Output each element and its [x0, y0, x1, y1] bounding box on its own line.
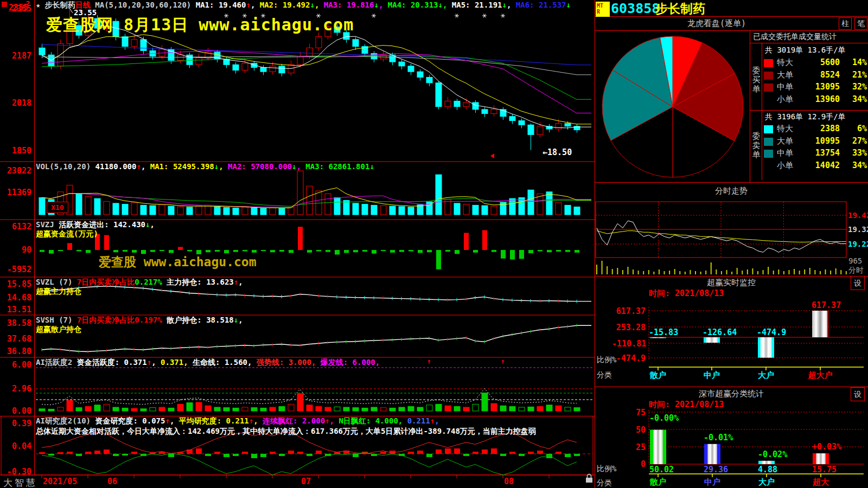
header-segment: 生命线: 1.560,: [193, 358, 257, 367]
header-segment: MA6: 21.537: [516, 1, 566, 9]
chart-label: 13754: [792, 149, 840, 158]
app-corner-icon[interactable]: [2, 2, 7, 7]
header-segment: ,: [238, 316, 242, 324]
chart-label: 19.22: [848, 240, 868, 248]
header-segment: ,: [170, 416, 179, 425]
volume-multiplier: X10: [47, 202, 68, 213]
header-segment: ↓: [310, 1, 314, 9]
chart-label: 2021/05: [43, 477, 77, 486]
header-segment: 平均研究度: 0.211: [179, 416, 249, 425]
chart-label: 小单: [777, 95, 793, 104]
shenshi-class-label: 分类: [597, 479, 612, 487]
chart-label: 08: [504, 477, 514, 486]
chart-label: 2355: [3, 4, 31, 14]
header-segment: ↓: [214, 162, 219, 171]
header-segment: 主力持仓: 13.623: [162, 278, 234, 286]
header-segment: ↓: [566, 1, 571, 9]
header-segment: ,: [251, 1, 260, 9]
svzl-header: SVZL (7) 7日内买卖净占比0.217% 主力持仓: 13.623↑,: [36, 278, 243, 286]
header-segment: 超赢资金流(万元): [36, 229, 98, 238]
stock-name: 步长制药: [655, 2, 705, 16]
chart-label: 19.42: [848, 211, 868, 220]
chart-label: 中单: [777, 82, 793, 92]
chart-label: 75: [624, 408, 646, 418]
chart-label: 6%: [842, 124, 867, 133]
header-segment: ↓: [502, 1, 507, 9]
header-segment: 0.217%: [135, 278, 162, 286]
order-table-title: 已成交委托单成交量统计: [753, 33, 837, 41]
chart-label: 4.88: [758, 465, 777, 474]
chart-label: 37.68: [3, 335, 31, 344]
chart-label: -126.64: [703, 328, 737, 337]
header-segment: ↑: [246, 1, 250, 9]
chart-label: 1850: [3, 146, 31, 156]
chart-label: -0.00%: [649, 414, 679, 423]
shenshi-settings-button[interactable]: 设: [851, 387, 865, 401]
ai-research-summary: 总体近期大资金相对活跃，今日大单净流入：142.469万元，其中特大单净流入：6…: [36, 427, 536, 435]
svzj-subtitle: 超赢资金流(万元): [36, 230, 98, 238]
monitor-settings-button[interactable]: 设: [851, 276, 865, 290]
chart-label: 14.68: [3, 293, 31, 303]
buy-side-label: 委买单: [752, 66, 761, 94]
header-segment: MA5: 21.191: [452, 1, 502, 9]
chart-label: 中单: [777, 149, 793, 158]
chart-label: 14%: [842, 58, 867, 67]
chart-label: 13960: [792, 95, 840, 104]
header-segment: MA(5,10,20,30,60,120): [91, 1, 196, 9]
chart-label: 25: [624, 443, 646, 452]
chart-label: ↑: [427, 358, 431, 365]
header-segment: SVZL (7): [36, 278, 77, 286]
legend-swatch: [764, 150, 773, 158]
chart-label: 6132: [3, 222, 31, 232]
svsh-subtitle: 超赢散户持仓: [36, 325, 81, 333]
shenshi-ratio-label: 比例%: [597, 465, 616, 473]
chart-label: 14042: [792, 161, 840, 170]
chart-label: 90: [3, 246, 31, 255]
header-segment: ,: [253, 416, 263, 425]
header-segment: ↓: [292, 162, 296, 171]
dzh-stock-terminal: 2355 ? 爱查股网 8月13日 www.aichagu.com 爱查股 ww…: [0, 0, 868, 488]
header-segment: 0.197%: [135, 316, 162, 324]
stock-code: 603858: [611, 1, 660, 16]
legend-swatch: [764, 72, 773, 80]
column-mode-button[interactable]: 柱: [839, 17, 852, 30]
chart-label: 21%: [842, 70, 867, 80]
chart-label: 36.80: [3, 347, 31, 356]
header-segment: 7日内买卖净占比: [77, 278, 135, 286]
chart-label: 617.37: [812, 301, 841, 310]
chart-label: 13095: [792, 82, 840, 92]
pen-mode-button[interactable]: 笔: [854, 17, 867, 30]
header-segment: VOL(5,10,20): [36, 162, 95, 171]
mtr-badge[interactable]: MTR: [596, 2, 610, 17]
header-segment: MA2: 57080.000: [228, 162, 292, 171]
header-segment: MA1: 19.460: [196, 1, 246, 9]
header-segment: 资金研究度: 0.075: [95, 416, 165, 425]
chart-label: 大单: [777, 137, 793, 146]
low-annotation: ←18.50: [542, 148, 572, 157]
header-segment: AI活跃度2: [36, 358, 77, 367]
header-segment: 0.371,: [161, 358, 193, 367]
header-segment: ↑: [234, 278, 238, 286]
header-segment: MA3: 62861.801: [305, 162, 369, 171]
chart-label: 超大户: [804, 371, 837, 380]
chart-label: 07: [301, 477, 311, 486]
app-logo[interactable]: 大智慧: [3, 478, 37, 488]
main-chart-header: ★ 步长制药日线 MA(5,10,20,30,60,120) MA1: 19.4…: [36, 1, 571, 9]
svzl-subtitle: 超赢主力持仓: [36, 287, 81, 296]
watermark-line1: 爱查股网 8月13日 www.aichagu.com: [46, 14, 354, 36]
header-segment: 超赢散户持仓: [36, 325, 81, 333]
header-segment: 超赢主力持仓: [36, 287, 81, 296]
chart-label: 2187: [3, 52, 31, 61]
chart-label: 8524: [792, 70, 840, 80]
header-segment: ↓: [374, 1, 378, 9]
header-segment: ↑: [147, 358, 151, 367]
chart-label: 50.02: [649, 465, 674, 474]
legend-swatch: [764, 59, 773, 67]
chart-label: 2018: [3, 99, 31, 108]
header-segment: 散户持仓: 38.518: [162, 316, 234, 324]
chart-label: -5952: [3, 265, 31, 274]
header-segment: ,: [330, 416, 339, 425]
chart-label: 中户: [695, 371, 728, 380]
header-segment: ,: [379, 1, 388, 9]
header-segment: ↑: [136, 162, 141, 171]
